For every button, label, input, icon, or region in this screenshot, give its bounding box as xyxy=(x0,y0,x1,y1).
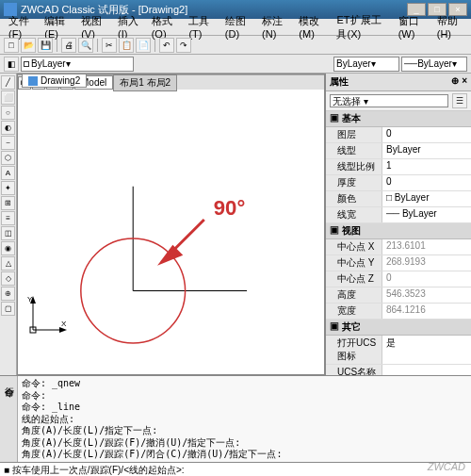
draw-tool-2[interactable]: ○ xyxy=(1,106,15,120)
paste-icon[interactable]: 📄 xyxy=(136,38,151,53)
draw-tool-7[interactable]: ✦ xyxy=(1,181,15,195)
draw-tool-13[interactable]: ◇ xyxy=(1,271,15,286)
prop-row[interactable]: 宽度864.1216 xyxy=(326,304,471,320)
prop-category[interactable]: ▣ 其它 xyxy=(326,320,471,336)
menu-帮助[interactable]: 帮助(H) xyxy=(432,13,467,41)
draw-tool-14[interactable]: ⊕ xyxy=(1,287,15,301)
preview-icon[interactable]: 🔍 xyxy=(78,38,93,53)
menu-窗口[interactable]: 窗口(W) xyxy=(394,13,430,41)
save-icon[interactable]: 💾 xyxy=(38,38,53,53)
new-icon[interactable]: □ xyxy=(4,38,19,53)
svg-text:Y: Y xyxy=(27,295,33,304)
prop-category[interactable]: ▣ 基本 xyxy=(326,111,471,127)
prop-row[interactable]: 中心点 X213.6101 xyxy=(326,239,471,255)
menu-绘图[interactable]: 绘图(D) xyxy=(220,13,255,41)
prop-row[interactable]: 打开UCS图标是 xyxy=(326,336,471,365)
prop-row[interactable]: 颜色□ ByLayer xyxy=(326,191,471,207)
copy-icon[interactable]: 📋 xyxy=(119,38,134,53)
layer-combo[interactable]: ByLayer ▾ xyxy=(21,57,134,72)
quickselect-icon[interactable]: ☰ xyxy=(452,93,467,108)
undo-icon[interactable]: ↶ xyxy=(159,38,174,53)
draw-tool-1[interactable]: ⬜ xyxy=(1,90,15,105)
prop-category[interactable]: ▣ 视图 xyxy=(326,223,471,239)
draw-tool-10[interactable]: ◫ xyxy=(1,226,15,240)
command-history: 命令: _qnew命令:命令: _line线的起始点:角度(A)/长度(L)/指… xyxy=(18,376,471,462)
selection-combo[interactable]: 无选择 ▾ xyxy=(330,94,448,107)
draw-tool-12[interactable]: △ xyxy=(1,256,15,271)
open-icon[interactable]: 📂 xyxy=(21,38,36,53)
layer-color-icon[interactable]: ◧ xyxy=(4,57,19,72)
svg-text:X: X xyxy=(61,320,67,328)
prop-row[interactable]: 高度546.3523 xyxy=(326,287,471,304)
prop-row[interactable]: UCS名称 xyxy=(326,365,471,375)
prop-row[interactable]: 线型比例1 xyxy=(326,159,471,175)
props-title: 属性 xyxy=(330,75,349,89)
draw-tool-6[interactable]: A xyxy=(1,166,15,180)
redo-icon[interactable]: ↷ xyxy=(176,38,191,53)
draw-tool-9[interactable]: ≡ xyxy=(1,211,15,225)
menu-模改[interactable]: 模改(M) xyxy=(294,13,330,41)
prop-row[interactable]: 厚度0 xyxy=(326,175,471,191)
linetype-combo[interactable]: ByLayer ▾ xyxy=(333,57,399,72)
cut-icon[interactable]: ✂ xyxy=(102,38,117,53)
props-close-icon[interactable]: ⊕ × xyxy=(451,75,467,89)
prop-row[interactable]: 线型ByLayer xyxy=(326,143,471,159)
print-icon[interactable]: 🖨 xyxy=(61,38,76,53)
draw-tool-0[interactable]: ╱ xyxy=(1,75,15,90)
layout-tabs[interactable]: 布局1 布局2 xyxy=(113,74,177,91)
document-icon xyxy=(28,76,38,86)
prop-row[interactable]: 线宽── ByLayer xyxy=(326,207,471,223)
menu-标注[interactable]: 标注(N) xyxy=(257,13,292,41)
draw-tool-5[interactable]: ⬡ xyxy=(1,151,15,165)
lineweight-combo[interactable]: ── ByLayer ▾ xyxy=(401,57,467,72)
document-tab[interactable]: Drawing2 xyxy=(22,74,87,88)
angle-annotation: 90° xyxy=(214,196,245,220)
menu-ET扩展工具[interactable]: ET扩展工具(X) xyxy=(332,12,391,42)
ucs-icon: Y X xyxy=(25,294,68,336)
drawing-canvas[interactable]: 90° Y X xyxy=(18,91,324,357)
command-input[interactable]: ■ 按车使用上一次点/跟踪(F)/<线的起始点>: xyxy=(0,462,471,476)
draw-tool-8[interactable]: ⊞ xyxy=(1,196,15,210)
draw-tool-3[interactable]: ◐ xyxy=(1,121,15,135)
prop-row[interactable]: 中心点 Y268.9193 xyxy=(326,255,471,271)
command-label: 命令行 xyxy=(0,376,18,462)
draw-tool-15[interactable]: ▢ xyxy=(1,302,15,316)
draw-tool-11[interactable]: ◉ xyxy=(1,241,15,255)
draw-tool-4[interactable]: ~ xyxy=(1,136,15,150)
prop-row[interactable]: 中心点 Z0 xyxy=(326,271,471,287)
prop-row[interactable]: 图层0 xyxy=(326,127,471,143)
